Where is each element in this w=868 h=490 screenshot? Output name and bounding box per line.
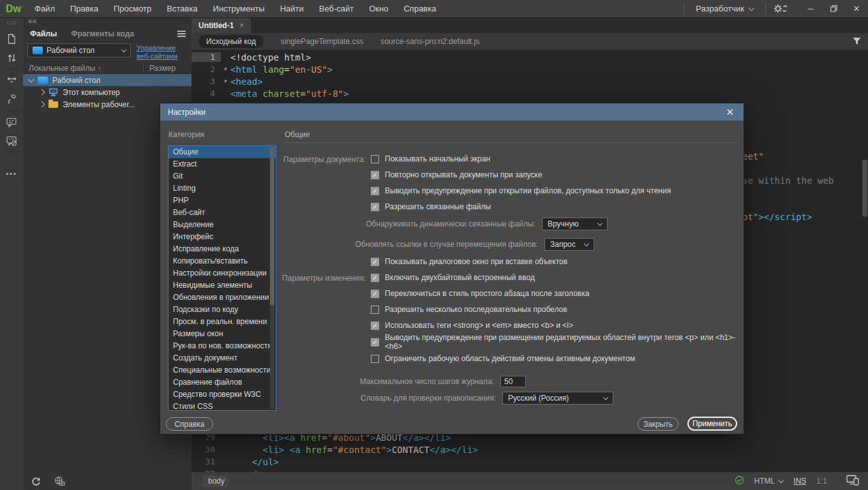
text-input[interactable]: 50 bbox=[500, 376, 526, 387]
sort-asc-icon: ↑ bbox=[98, 64, 101, 72]
format-source-code-icon[interactable] bbox=[0, 90, 23, 108]
checkbox-row[interactable]: ✓Использовать теги <strong> и <em> вмест… bbox=[371, 320, 573, 330]
fold-arrow-icon: ▼ bbox=[221, 66, 230, 72]
chevron-right-icon[interactable] bbox=[39, 101, 45, 108]
grip-handle-icon[interactable] bbox=[6, 21, 17, 25]
checkbox-row[interactable]: ✓Повторно открывать документы при запуск… bbox=[371, 170, 542, 180]
tree-row[interactable]: Этот компьютер bbox=[23, 86, 191, 98]
checkbox-row[interactable]: ✓Разрешить связанные файлы bbox=[371, 202, 491, 212]
related-files-bar: Исходный кодsinglePageTemplate.csssource… bbox=[191, 33, 868, 50]
chevron-right-icon[interactable] bbox=[39, 89, 45, 96]
dropdown[interactable]: Запрос bbox=[544, 238, 594, 251]
minimize-button[interactable]: ─ bbox=[799, 1, 822, 17]
close-button[interactable]: ✕ bbox=[845, 1, 868, 17]
checkbox[interactable] bbox=[371, 155, 379, 163]
code-line: 32 </nav> bbox=[191, 468, 868, 472]
divider bbox=[4, 152, 19, 152]
remove-comment-icon[interactable] bbox=[0, 131, 23, 150]
checkbox-row[interactable]: Ограничить рабочую область действий отме… bbox=[371, 353, 635, 364]
checkbox[interactable]: ✓ bbox=[371, 203, 379, 211]
manage-sites-link[interactable]: Управление веб-сайтами bbox=[137, 44, 186, 61]
document-tab[interactable]: Untitled-1 × bbox=[191, 17, 251, 33]
filter-related-files-icon[interactable] bbox=[852, 37, 862, 47]
checkbox[interactable]: ✓ bbox=[371, 187, 379, 195]
apply-button[interactable]: Применить bbox=[687, 417, 737, 431]
sync-settings-icon[interactable] bbox=[771, 0, 790, 18]
checkbox-row[interactable]: Разрешить несколько последовательных про… bbox=[371, 304, 567, 315]
dropdown-value: Вручную bbox=[548, 219, 578, 228]
line-number: 2 bbox=[191, 64, 221, 74]
related-file[interactable]: singlePageTemplate.css bbox=[281, 37, 363, 46]
divider bbox=[684, 3, 684, 15]
insert-mode-indicator[interactable]: INS bbox=[793, 477, 806, 486]
expand-all-icon[interactable]: * bbox=[0, 71, 23, 90]
panel-menu-icon[interactable] bbox=[177, 31, 191, 37]
related-file[interactable]: source-sans-pro:n2:default.js bbox=[380, 37, 479, 46]
files-panel-tab[interactable]: Фрагменты кода bbox=[64, 29, 141, 38]
sort-files-icon[interactable] bbox=[0, 48, 23, 67]
form-section-label: Параметры изменения: bbox=[256, 274, 366, 283]
site-select[interactable]: Рабочий стол bbox=[27, 43, 131, 57]
column-local-files[interactable]: Локальные файлы bbox=[29, 64, 95, 73]
field-label: Обнаруживать динамически связанные файлы… bbox=[256, 219, 535, 228]
menu-bar: Dw ФайлПравкаПросмотрВставкаИнструментыН… bbox=[0, 0, 868, 18]
checkbox-row[interactable]: ✓Выводить предупреждение при размещении … bbox=[371, 337, 745, 347]
line-number: 30 bbox=[191, 445, 221, 454]
menu-item[interactable]: Инструменты bbox=[206, 0, 273, 17]
menu-item[interactable]: Окно bbox=[361, 0, 396, 17]
checkbox[interactable]: ✓ bbox=[371, 322, 379, 330]
code-fragment: pt"></script> bbox=[742, 212, 812, 222]
checkbox-row[interactable]: ✓Включить двухбайтовый встроенный ввод bbox=[371, 272, 535, 283]
form-section-label: Параметры документа: bbox=[256, 155, 366, 164]
workspace-switcher[interactable]: Разработчик bbox=[689, 4, 760, 13]
checkbox[interactable] bbox=[371, 306, 379, 314]
checkbox-row[interactable]: Показывать начальный экран bbox=[371, 154, 490, 164]
files-panel-footer bbox=[23, 472, 197, 490]
refresh-icon[interactable] bbox=[29, 472, 43, 490]
site-icon bbox=[38, 77, 48, 84]
checkbox[interactable]: ✓ bbox=[371, 274, 379, 282]
new-file-icon[interactable] bbox=[0, 30, 23, 48]
menu-item[interactable]: Вставка bbox=[159, 0, 205, 17]
menu-item[interactable]: Просмотр bbox=[106, 0, 159, 17]
tag-selector[interactable]: body bbox=[203, 475, 230, 487]
code-text: <li> <a href="#contact">CONTACT</a></li> bbox=[230, 445, 478, 455]
checkbox[interactable]: ✓ bbox=[371, 338, 379, 346]
code-line: 30 <li> <a href="#contact">CONTACT</a></… bbox=[191, 443, 868, 456]
doctype-dropdown[interactable]: HTML bbox=[754, 477, 784, 486]
more-options-icon[interactable]: ••• bbox=[0, 164, 23, 182]
menu-item[interactable]: Найти bbox=[273, 0, 311, 17]
field-label: Обновлять ссылки в случае перемещения фа… bbox=[256, 240, 538, 249]
tree-row[interactable]: Рабочий стол bbox=[23, 74, 191, 86]
checkbox-row[interactable]: ✓Переключиться в стиль простого абзаца п… bbox=[371, 288, 589, 299]
checkbox[interactable]: ✓ bbox=[371, 258, 379, 266]
site-reports-icon[interactable] bbox=[52, 472, 66, 490]
close-dialog-button[interactable]: Закрыть bbox=[638, 417, 678, 431]
dropdown[interactable]: Вручную bbox=[542, 218, 608, 230]
code-fragment: se within the web bbox=[742, 175, 834, 186]
code-line: 4<meta charset="utf-8"> bbox=[191, 87, 868, 100]
apply-comment-icon[interactable] bbox=[0, 113, 23, 131]
files-panel-tab[interactable]: Файлы bbox=[23, 29, 64, 38]
menu-item[interactable]: Веб-сайт bbox=[311, 0, 361, 17]
scrollbar-thumb[interactable] bbox=[862, 160, 867, 217]
checkbox[interactable]: ✓ bbox=[371, 290, 379, 298]
menu-item[interactable]: Правка bbox=[63, 0, 106, 17]
general-preferences-form: Параметры документа:Показывать начальный… bbox=[160, 103, 745, 435]
help-button[interactable]: Справка bbox=[166, 417, 213, 431]
checkbox-row[interactable]: ✓Показывать диалоговое окно при вставке … bbox=[371, 256, 567, 267]
checkbox-row[interactable]: ✓Выводить предупреждение при открытии фа… bbox=[371, 186, 671, 196]
close-tab-icon[interactable]: × bbox=[239, 21, 244, 30]
collapse-panel-icon[interactable]: «« bbox=[23, 17, 191, 26]
column-size[interactable]: Размер bbox=[149, 64, 176, 73]
checkbox[interactable] bbox=[371, 355, 379, 363]
menu-item[interactable]: Справка bbox=[396, 0, 444, 17]
restore-button[interactable] bbox=[822, 1, 845, 17]
tree-item-label: Этот компьютер bbox=[63, 88, 120, 97]
menu-item[interactable]: Файл bbox=[27, 0, 63, 17]
dropdown[interactable]: Русский (Россия) bbox=[502, 392, 613, 405]
source-code-button[interactable]: Исходный код bbox=[198, 35, 264, 48]
checkbox[interactable]: ✓ bbox=[371, 171, 379, 179]
preview-size-icon[interactable] bbox=[846, 475, 859, 487]
chevron-down-icon[interactable] bbox=[28, 76, 34, 82]
